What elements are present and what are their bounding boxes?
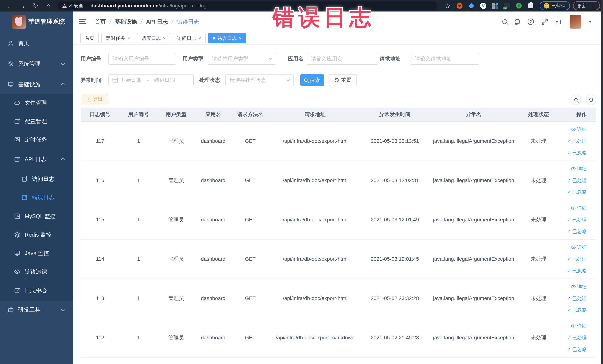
- processed-link[interactable]: ✓已处理: [567, 335, 587, 341]
- font-size-icon[interactable]: TT: [556, 18, 562, 25]
- detail-link[interactable]: 详细: [571, 283, 587, 290]
- process-status-select[interactable]: 请选择处理状态: [225, 74, 294, 86]
- update-label: 更新: [577, 3, 587, 9]
- sidebar-item-system-mgmt[interactable]: 系统管理: [0, 57, 73, 70]
- column-header-user_type: 用户类型: [158, 111, 195, 118]
- cell-time: 2021-05-03 12:02:31: [361, 177, 428, 183]
- search-button[interactable]: 搜索: [300, 74, 324, 86]
- tab-scheduled-jobs[interactable]: 定时任务×: [101, 33, 134, 43]
- sidebar-item-log-center[interactable]: 日志中心: [0, 284, 73, 297]
- log-icon: [14, 156, 21, 163]
- browser-forward-icon[interactable]: →: [16, 2, 29, 10]
- breadcrumb-home[interactable]: 首页: [95, 18, 106, 26]
- sidebar-item-dev-tools[interactable]: 研发工具: [0, 303, 73, 316]
- eye-icon: [571, 285, 576, 288]
- extension-green-v-icon[interactable]: V: [477, 3, 489, 9]
- sidebar-item-trace[interactable]: 链路追踪: [0, 265, 73, 278]
- tab-home[interactable]: 首页: [80, 33, 99, 43]
- address-bar[interactable]: 不安全 dashboard.yudao.iocoder.cn /infra/lo…: [58, 1, 438, 10]
- profile-paused-chip[interactable]: 已暂停: [540, 1, 570, 10]
- browser-home-icon[interactable]: ⌂: [42, 2, 55, 10]
- detail-link[interactable]: 详细: [571, 126, 587, 133]
- app-name-input[interactable]: [307, 53, 378, 65]
- ignored-link[interactable]: ✓已忽略: [567, 228, 587, 235]
- detail-link[interactable]: 详细: [571, 323, 587, 329]
- exception-time-range-picker[interactable]: 开始日期 - 结束日期: [108, 74, 194, 86]
- refresh-table-button[interactable]: [586, 94, 596, 105]
- close-icon[interactable]: ×: [198, 35, 201, 41]
- tab-dispatch-log[interactable]: 调度日志×: [137, 33, 170, 43]
- processed-link[interactable]: ✓已处理: [567, 217, 587, 223]
- browser-update-chip[interactable]: 更新 ⋮: [573, 1, 600, 10]
- sidebar-logo-row[interactable]: 芋道管理系统: [0, 13, 73, 32]
- extension-grid-icon[interactable]: [489, 3, 501, 9]
- sidebar-item-access-log[interactable]: 访问日志: [0, 172, 73, 186]
- detail-link[interactable]: 详细: [571, 244, 587, 251]
- extension-green-leaf-icon[interactable]: [513, 3, 525, 9]
- processed-link[interactable]: ✓已处理: [567, 138, 587, 144]
- cell-time: 2021-05-03 23:13:51: [361, 138, 428, 144]
- extension-orange-icon[interactable]: [453, 3, 465, 9]
- sidebar-item-config-mgmt[interactable]: 配置管理: [0, 115, 73, 128]
- breadcrumb-infrastructure[interactable]: 基础设施: [115, 18, 137, 26]
- bookmark-star-icon[interactable]: ☆: [442, 2, 453, 10]
- sidebar-item-api-log[interactable]: API 日志: [0, 153, 73, 166]
- cell-app: dashboard: [195, 177, 232, 183]
- ignored-link[interactable]: ✓已忽略: [567, 346, 587, 353]
- sidebar-item-error-log[interactable]: 错误日志: [0, 191, 73, 204]
- ignored-link[interactable]: ✓已忽略: [567, 189, 587, 195]
- sidebar-item-file-mgmt[interactable]: 文件管理: [0, 96, 73, 109]
- user-menu-caret-icon[interactable]: [589, 21, 592, 23]
- sidebar-collapse-icon[interactable]: [79, 19, 87, 24]
- tab-access-log[interactable]: 访问日志×: [173, 33, 206, 43]
- reset-button[interactable]: 重置: [329, 74, 357, 86]
- cell-actions: 详细✓已处理✓已忽略: [558, 244, 596, 274]
- sidebar-item-infrastructure[interactable]: 基础设施: [0, 78, 73, 91]
- browser-back-icon[interactable]: ←: [3, 2, 16, 10]
- processed-link[interactable]: ✓已处理: [567, 295, 587, 302]
- close-icon[interactable]: ×: [239, 35, 242, 41]
- fullscreen-icon[interactable]: [541, 18, 548, 25]
- security-label[interactable]: 不安全: [69, 3, 83, 9]
- window-scrollbar[interactable]: [601, 0, 603, 364]
- ignored-link[interactable]: ✓已忽略: [567, 150, 587, 156]
- cell-user_id: 1: [120, 256, 158, 262]
- request-url-input[interactable]: [411, 53, 479, 65]
- user-avatar[interactable]: [570, 15, 581, 29]
- cell-url: /api/infra/db-doc/export-html: [269, 177, 361, 183]
- sidebar-item-scheduled-jobs[interactable]: 定时任务: [0, 133, 73, 146]
- detail-link[interactable]: 详细: [571, 165, 587, 172]
- browser-reload-icon[interactable]: ↻: [29, 2, 42, 10]
- processed-link[interactable]: ✓已处理: [567, 256, 587, 262]
- processed-link[interactable]: ✓已处理: [567, 177, 587, 184]
- export-button[interactable]: ↓ 导出: [81, 94, 108, 104]
- app-name-label: 应用名: [288, 53, 308, 65]
- github-icon[interactable]: [515, 19, 520, 24]
- breadcrumb-api-log[interactable]: API 日志: [146, 18, 168, 26]
- close-icon[interactable]: ×: [127, 35, 130, 41]
- browser-menu-kebab-icon[interactable]: ⋮: [590, 3, 596, 9]
- user-type-select[interactable]: 请选择用户类型: [208, 53, 276, 65]
- cell-method: GET: [232, 295, 269, 301]
- extensions-puzzle-icon[interactable]: [525, 3, 537, 8]
- sidebar-item-redis-monitor[interactable]: Redis 监控: [0, 228, 73, 241]
- cell-method: GET: [232, 256, 269, 262]
- close-icon[interactable]: ×: [163, 35, 165, 41]
- sidebar-item-home[interactable]: 首页: [0, 36, 73, 50]
- user-id-input[interactable]: [108, 53, 176, 65]
- search-icon[interactable]: [502, 19, 507, 24]
- security-warning-icon[interactable]: [62, 4, 67, 8]
- column-header-time: 异常发生时间: [361, 111, 428, 118]
- check-icon: ✓: [567, 178, 571, 183]
- sidebar-item-java-monitor[interactable]: Java 监控: [0, 247, 73, 260]
- detail-link[interactable]: 详细: [571, 205, 587, 211]
- toggle-search-button[interactable]: [571, 94, 581, 105]
- extension-toggle-on-icon[interactable]: on: [501, 3, 513, 8]
- help-icon[interactable]: ?: [528, 19, 534, 25]
- tab-error-log[interactable]: 错误日志×: [208, 33, 246, 43]
- ignored-link[interactable]: ✓已忽略: [567, 307, 587, 313]
- extension-blue-icon[interactable]: [465, 4, 477, 8]
- sidebar-item-mysql-monitor[interactable]: MySQL 监控: [0, 210, 73, 223]
- ignored-link[interactable]: ✓已忽略: [567, 268, 587, 274]
- chevron-down-icon: [61, 61, 65, 65]
